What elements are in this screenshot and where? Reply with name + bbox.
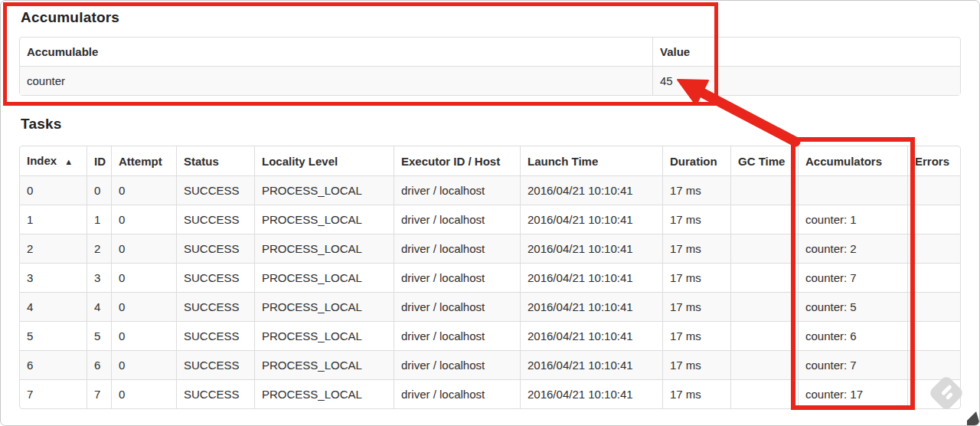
- task-duration-cell: 17 ms: [662, 350, 730, 379]
- task-executor-cell: driver / localhost: [394, 321, 520, 350]
- task-gc-time-cell: [730, 292, 798, 321]
- task-gc-time-cell: [730, 350, 798, 379]
- task-errors-cell: [907, 321, 960, 350]
- task-errors-cell: [907, 263, 960, 292]
- task-duration-cell: 17 ms: [662, 379, 730, 408]
- task-duration-cell: 17 ms: [662, 175, 730, 205]
- duration-column-header[interactable]: Duration: [662, 146, 730, 175]
- task-duration-cell: 17 ms: [662, 205, 730, 234]
- accumulators-section-title: Accumulators: [21, 9, 119, 26]
- task-status-cell: SUCCESS: [176, 234, 254, 263]
- task-id-cell: 1: [87, 205, 111, 234]
- task-status-cell: SUCCESS: [176, 292, 254, 321]
- task-gc-time-cell: [730, 321, 798, 350]
- task-status-cell: SUCCESS: [176, 263, 254, 292]
- task-locality-cell: PROCESS_LOCAL: [254, 292, 394, 321]
- value-column-header: Value: [652, 38, 960, 66]
- task-duration-cell: 17 ms: [662, 263, 730, 292]
- accumulable-value-cell: 45: [652, 66, 960, 95]
- task-id-cell: 3: [87, 263, 111, 292]
- task-locality-cell: PROCESS_LOCAL: [254, 234, 394, 263]
- task-accumulators-cell: counter: 7: [798, 263, 907, 292]
- task-accumulators-cell: [798, 175, 907, 205]
- tasks-table: Index▲ ID Attempt Status Locality Level …: [19, 146, 961, 409]
- task-attempt-cell: 0: [111, 379, 176, 408]
- task-errors-cell: [907, 292, 960, 321]
- executor-id-host-column-header[interactable]: Executor ID / Host: [394, 146, 520, 175]
- launch-time-column-header[interactable]: Launch Time: [520, 146, 662, 175]
- task-duration-cell: 17 ms: [662, 234, 730, 263]
- task-launch-time-cell: 2016/04/21 10:10:41: [520, 350, 662, 379]
- task-errors-cell: [907, 175, 960, 205]
- task-id-cell: 4: [87, 292, 111, 321]
- task-status-cell: SUCCESS: [176, 175, 254, 205]
- accumulable-name-cell: counter: [20, 66, 652, 95]
- task-executor-cell: driver / localhost: [394, 234, 520, 263]
- task-accumulators-cell: counter: 1: [798, 205, 907, 234]
- task-id-cell: 2: [87, 234, 111, 263]
- task-attempt-cell: 0: [111, 292, 176, 321]
- task-attempt-cell: 0: [111, 205, 176, 234]
- task-executor-cell: driver / localhost: [394, 350, 520, 379]
- index-header-label: Index: [27, 154, 57, 167]
- task-locality-cell: PROCESS_LOCAL: [254, 205, 394, 234]
- task-index-cell: 3: [20, 263, 87, 292]
- task-launch-time-cell: 2016/04/21 10:10:41: [520, 321, 662, 350]
- task-attempt-cell: 0: [111, 263, 176, 292]
- task-duration-cell: 17 ms: [662, 292, 730, 321]
- id-column-header[interactable]: ID: [87, 146, 111, 175]
- accumulable-column-header: Accumulable: [20, 38, 652, 66]
- task-row: 110SUCCESSPROCESS_LOCALdriver / localhos…: [20, 205, 960, 234]
- task-index-cell: 5: [20, 321, 87, 350]
- task-errors-cell: [907, 350, 960, 379]
- task-row: 550SUCCESSPROCESS_LOCALdriver / localhos…: [20, 321, 960, 350]
- task-duration-cell: 17 ms: [662, 321, 730, 350]
- task-id-cell: 6: [87, 350, 111, 379]
- task-index-cell: 6: [20, 350, 87, 379]
- tasks-header-row: Index▲ ID Attempt Status Locality Level …: [20, 146, 960, 175]
- task-attempt-cell: 0: [111, 350, 176, 379]
- task-row: 000SUCCESSPROCESS_LOCALdriver / localhos…: [20, 175, 960, 205]
- task-executor-cell: driver / localhost: [394, 292, 520, 321]
- task-locality-cell: PROCESS_LOCAL: [254, 175, 394, 205]
- task-executor-cell: driver / localhost: [394, 175, 520, 205]
- task-attempt-cell: 0: [111, 175, 176, 205]
- task-accumulators-cell: counter: 6: [798, 321, 907, 350]
- task-id-cell: 7: [87, 379, 111, 408]
- page: Accumulators Accumulable Value counter 4…: [0, 0, 980, 426]
- accumulators-table: Accumulable Value counter 45: [19, 37, 961, 96]
- task-gc-time-cell: [730, 379, 798, 408]
- task-errors-cell: [907, 205, 960, 234]
- task-launch-time-cell: 2016/04/21 10:10:41: [520, 263, 662, 292]
- attempt-column-header[interactable]: Attempt: [111, 146, 176, 175]
- status-column-header[interactable]: Status: [176, 146, 254, 175]
- task-gc-time-cell: [730, 205, 798, 234]
- accumulator-row: counter 45: [20, 66, 960, 95]
- task-row: 330SUCCESSPROCESS_LOCALdriver / localhos…: [20, 263, 960, 292]
- task-gc-time-cell: [730, 234, 798, 263]
- accumulators-header-row: Accumulable Value: [20, 38, 960, 66]
- task-accumulators-cell: counter: 5: [798, 292, 907, 321]
- task-launch-time-cell: 2016/04/21 10:10:41: [520, 292, 662, 321]
- gc-time-column-header[interactable]: GC Time: [730, 146, 798, 175]
- task-status-cell: SUCCESS: [176, 350, 254, 379]
- task-row: 440SUCCESSPROCESS_LOCALdriver / localhos…: [20, 292, 960, 321]
- index-column-header[interactable]: Index▲: [20, 146, 87, 175]
- locality-level-column-header[interactable]: Locality Level: [254, 146, 394, 175]
- task-attempt-cell: 0: [111, 234, 176, 263]
- task-launch-time-cell: 2016/04/21 10:10:41: [520, 234, 662, 263]
- accumulators-column-header[interactable]: Accumulators: [798, 146, 907, 175]
- task-errors-cell: [907, 234, 960, 263]
- task-accumulators-cell: counter: 2: [798, 234, 907, 263]
- task-executor-cell: driver / localhost: [394, 263, 520, 292]
- tasks-section-title: Tasks: [21, 116, 61, 133]
- task-index-cell: 1: [20, 205, 87, 234]
- watermark-stripe: [946, 392, 954, 401]
- task-index-cell: 7: [20, 379, 87, 408]
- task-id-cell: 0: [87, 175, 111, 205]
- task-status-cell: SUCCESS: [176, 321, 254, 350]
- task-row: 660SUCCESSPROCESS_LOCALdriver / localhos…: [20, 350, 960, 379]
- task-locality-cell: PROCESS_LOCAL: [254, 321, 394, 350]
- task-accumulators-cell: counter: 7: [798, 350, 907, 379]
- errors-column-header[interactable]: Errors: [907, 146, 960, 175]
